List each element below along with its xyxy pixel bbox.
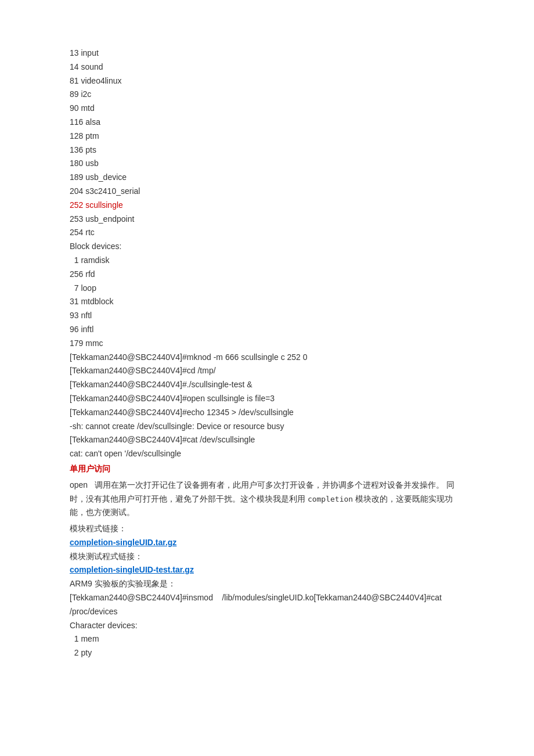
line-cmd-echo-scullsingle: [Tekkaman2440@SBC2440V4]#echo 12345 > /d…	[70, 406, 464, 420]
line-96-inftl: 96 inftl	[70, 323, 464, 337]
line-254-rtc: 254 rtc	[70, 226, 464, 240]
line-89-i2c: 89 i2c	[70, 88, 464, 102]
line-sh-error: -sh: cannot create /dev/scullsingle: Dev…	[70, 420, 464, 434]
line-cmd-mknod: [Tekkaman2440@SBC2440V4]#mknod -m 666 sc…	[70, 351, 464, 365]
line-open-scullsingle: [Tekkaman2440@SBC2440V4]#open scullsingl…	[70, 392, 464, 406]
line-module-test-link-label: 模块测试程式链接：	[70, 550, 464, 564]
line-31-mtdblock: 31 mtdblock	[70, 295, 464, 309]
line-252-scullsingle: 252 scullsingle	[70, 199, 464, 213]
line-93-nftl: 93 nftl	[70, 309, 464, 323]
line-204-s3c2410-serial: 204 s3c2410_serial	[70, 185, 464, 199]
line-1-ramdisk: 1 ramdisk	[70, 254, 464, 268]
line-14-sound: 14 sound	[70, 60, 464, 74]
line-cmd-insmod-cat: [Tekkaman2440@SBC2440V4]#insmod /lib/mod…	[70, 591, 464, 619]
line-136-pts: 136 pts	[70, 143, 464, 157]
section-single-user: 单用户访问	[70, 462, 464, 476]
line-179-mmc: 179 mmc	[70, 337, 464, 351]
line-189-usb-device: 189 usb_device	[70, 171, 464, 185]
line-module-link-label: 模块程式链接：	[70, 522, 464, 536]
line-180-usb: 180 usb	[70, 157, 464, 171]
paragraph-open-description: open 调用在第一次打开记住了设备拥有者，此用户可多次打开设备，并协调多个进程…	[70, 478, 464, 520]
line-90-mtd: 90 mtd	[70, 102, 464, 116]
para-open-text: open 调用在第一次打开记住了设备拥有者，此用户可多次打开设备，并协调多个进程…	[70, 480, 444, 489]
line-block-devices: Block devices:	[70, 240, 464, 254]
line-cmd-cat-scullsingle: [Tekkaman2440@SBC2440V4]#cat /dev/sculls…	[70, 433, 464, 447]
line-cmd-scullsingle-test: [Tekkaman2440@SBC2440V4]#./scullsingle-t…	[70, 378, 464, 392]
line-arm9-label: ARM9 实验板的实验现象是：	[70, 577, 464, 591]
link-completion-singleuid-test[interactable]: completion-singleUID-test.tar.gz	[70, 563, 464, 577]
line-253-usb-endpoint: 253 usb_endpoint	[70, 213, 464, 226]
line-2-pty: 2 pty	[70, 646, 464, 660]
link-completion-singleuid[interactable]: completion-singleUID.tar.gz	[70, 536, 464, 550]
line-cat-error: cat: can't open '/dev/scullsingle	[70, 447, 464, 461]
main-content: 13 input 14 sound 81 video4linux 89 i2c …	[70, 46, 464, 660]
line-1-mem: 1 mem	[70, 632, 464, 646]
line-13-input: 13 input	[70, 46, 464, 60]
line-128-ptm: 128 ptm	[70, 129, 464, 143]
line-81-video4linux: 81 video4linux	[70, 74, 464, 88]
line-cmd-cd-tmp: [Tekkaman2440@SBC2440V4]#cd /tmp/	[70, 364, 464, 378]
line-character-devices: Character devices:	[70, 619, 464, 633]
line-256-rfd: 256 rfd	[70, 268, 464, 282]
line-7-loop: 7 loop	[70, 282, 464, 296]
line-116-alsa: 116 alsa	[70, 116, 464, 129]
